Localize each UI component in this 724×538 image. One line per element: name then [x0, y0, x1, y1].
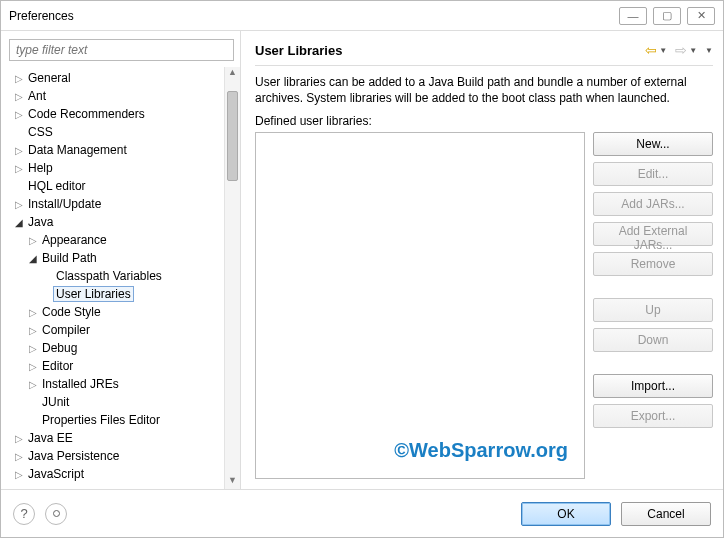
chevron-down-icon[interactable]: ◢: [13, 217, 25, 228]
footer: ? OK Cancel: [1, 489, 723, 537]
page-title: User Libraries: [255, 43, 645, 58]
chevron-right-icon[interactable]: ▷: [27, 361, 39, 372]
tree-item[interactable]: ·User Libraries: [13, 285, 224, 303]
tree-item-label: Java EE: [25, 430, 76, 446]
tree-item[interactable]: ▷Java Persistence: [13, 447, 224, 465]
chevron-right-icon[interactable]: ▷: [27, 343, 39, 354]
cancel-button[interactable]: Cancel: [621, 502, 711, 526]
tree-item-label: Installed JREs: [39, 376, 122, 392]
page-header: User Libraries ⇦ ▼ ⇨ ▼ ▼: [255, 37, 713, 63]
tree-item[interactable]: ▷JavaScript: [13, 465, 224, 483]
tree-item-label: JUnit: [39, 394, 72, 410]
twisty-blank: ·: [27, 415, 39, 426]
tree-item[interactable]: ▷Ant: [13, 87, 224, 105]
tree-item[interactable]: ▷Editor: [13, 357, 224, 375]
add-external-jars-button[interactable]: Add External JARs...: [593, 222, 713, 246]
tree-item[interactable]: ◢Java: [13, 213, 224, 231]
tree-item-label: Appearance: [39, 232, 110, 248]
tree-item[interactable]: ▷Data Management: [13, 141, 224, 159]
scroll-up-icon[interactable]: ▲: [225, 67, 240, 81]
chevron-right-icon[interactable]: ▷: [13, 199, 25, 210]
new-button[interactable]: New...: [593, 132, 713, 156]
tree-item[interactable]: ▷Java EE: [13, 429, 224, 447]
tree-item-label: Classpath Variables: [53, 268, 165, 284]
chevron-down-icon[interactable]: ◢: [27, 253, 39, 264]
tree-item-label: Code Style: [39, 304, 104, 320]
back-menu-icon[interactable]: ▼: [659, 46, 667, 55]
defined-libraries-list[interactable]: ©WebSparrow.org: [255, 132, 585, 479]
chevron-right-icon[interactable]: ▷: [13, 451, 25, 462]
tree-item-label: Install/Update: [25, 196, 104, 212]
forward-icon[interactable]: ⇨: [675, 42, 687, 58]
tree-item[interactable]: ◢Build Path: [13, 249, 224, 267]
tree-item[interactable]: ▷Install/Update: [13, 195, 224, 213]
forward-menu-icon[interactable]: ▼: [689, 46, 697, 55]
minimize-button[interactable]: —: [619, 7, 647, 25]
tree-item-label: Build Path: [39, 250, 100, 266]
chevron-right-icon[interactable]: ▷: [13, 109, 25, 120]
footer-left: ?: [13, 503, 67, 525]
tree-item[interactable]: ▷Debug: [13, 339, 224, 357]
window-controls: — ▢ ✕: [619, 7, 715, 25]
titlebar: Preferences — ▢ ✕: [1, 1, 723, 31]
chevron-right-icon[interactable]: ▷: [13, 469, 25, 480]
dialog-body: ▷General▷Ant▷Code Recommenders·CSS▷Data …: [1, 31, 723, 489]
remove-button[interactable]: Remove: [593, 252, 713, 276]
chevron-right-icon[interactable]: ▷: [13, 91, 25, 102]
tree-item[interactable]: ▷Help: [13, 159, 224, 177]
down-button[interactable]: Down: [593, 328, 713, 352]
tree-item[interactable]: ▷Compiler: [13, 321, 224, 339]
tree-item-label: General: [25, 70, 74, 86]
nav-history: ⇦ ▼ ⇨ ▼ ▼: [645, 42, 713, 58]
help-icon[interactable]: ?: [13, 503, 35, 525]
tree-item[interactable]: ·Properties Files Editor: [13, 411, 224, 429]
tree-item[interactable]: ·HQL editor: [13, 177, 224, 195]
defined-libraries-label: Defined user libraries:: [255, 114, 713, 128]
tree-item[interactable]: ▷Code Style: [13, 303, 224, 321]
maximize-button[interactable]: ▢: [653, 7, 681, 25]
tree-item[interactable]: ▷General: [13, 69, 224, 87]
scroll-thumb[interactable]: [227, 91, 238, 181]
progress-icon[interactable]: [45, 503, 67, 525]
tree-item[interactable]: ·CSS: [13, 123, 224, 141]
tree-item-label: HQL editor: [25, 178, 89, 194]
tree-item-label: User Libraries: [53, 286, 134, 302]
ok-button[interactable]: OK: [521, 502, 611, 526]
preferences-tree[interactable]: ▷General▷Ant▷Code Recommenders·CSS▷Data …: [7, 67, 224, 489]
chevron-right-icon[interactable]: ▷: [13, 163, 25, 174]
header-divider: [255, 65, 713, 66]
chevron-right-icon[interactable]: ▷: [13, 433, 25, 444]
export-button[interactable]: Export...: [593, 404, 713, 428]
tree-item[interactable]: ▷Appearance: [13, 231, 224, 249]
tree-scrollbar[interactable]: ▲ ▼: [224, 67, 240, 489]
page-menu-icon[interactable]: ▼: [705, 46, 713, 55]
preferences-window: Preferences — ▢ ✕ ▷General▷Ant▷Code Reco…: [0, 0, 724, 538]
chevron-right-icon[interactable]: ▷: [27, 235, 39, 246]
tree-item-label: Java: [25, 214, 56, 230]
chevron-right-icon[interactable]: ▷: [27, 325, 39, 336]
tree-item[interactable]: ·Classpath Variables: [13, 267, 224, 285]
chevron-right-icon[interactable]: ▷: [13, 145, 25, 156]
tree-item-label: Java Persistence: [25, 448, 122, 464]
content-row: ©WebSparrow.org New... Edit... Add JARs.…: [255, 132, 713, 479]
add-jars-button[interactable]: Add JARs...: [593, 192, 713, 216]
tree-item[interactable]: ▷Installed JREs: [13, 375, 224, 393]
edit-button[interactable]: Edit...: [593, 162, 713, 186]
page-description: User libraries can be added to a Java Bu…: [255, 74, 713, 106]
window-title: Preferences: [9, 9, 619, 23]
chevron-right-icon[interactable]: ▷: [27, 307, 39, 318]
tree-item[interactable]: ·JUnit: [13, 393, 224, 411]
tree-item-label: Help: [25, 160, 56, 176]
close-button[interactable]: ✕: [687, 7, 715, 25]
chevron-right-icon[interactable]: ▷: [13, 73, 25, 84]
filter-input[interactable]: [9, 39, 234, 61]
back-icon[interactable]: ⇦: [645, 42, 657, 58]
up-button[interactable]: Up: [593, 298, 713, 322]
import-button[interactable]: Import...: [593, 374, 713, 398]
twisty-blank: ·: [13, 127, 25, 138]
twisty-blank: ·: [41, 289, 53, 300]
chevron-right-icon[interactable]: ▷: [27, 379, 39, 390]
twisty-blank: ·: [27, 397, 39, 408]
tree-item[interactable]: ▷Code Recommenders: [13, 105, 224, 123]
scroll-down-icon[interactable]: ▼: [225, 475, 240, 489]
